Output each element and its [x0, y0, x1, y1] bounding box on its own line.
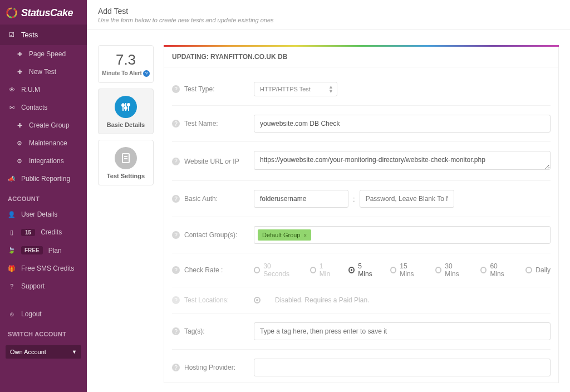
nav-label: Plan [48, 247, 62, 254]
radio-icon [435, 267, 441, 273]
info-icon[interactable]: ? [143, 70, 150, 77]
nav-label: Tests [21, 31, 38, 39]
svg-point-8 [127, 104, 130, 106]
hosting-input[interactable] [254, 359, 551, 376]
row-hosting-provider: ? Hosting Provider: [172, 350, 551, 383]
brand-logo[interactable]: StatusCake [0, 0, 87, 24]
rate-30-seconds: 30 Seconds [254, 262, 296, 278]
row-tags: ? Tag(s): [172, 313, 551, 350]
label-tags: Tag(s): [184, 327, 254, 335]
help-icon[interactable]: ? [172, 266, 180, 274]
step-test-settings[interactable]: Test Settings [98, 140, 154, 185]
updown-icon: ▲▼ [328, 85, 333, 94]
svg-point-6 [122, 104, 124, 106]
radio-icon [254, 267, 260, 273]
website-url-input[interactable]: <span></span> [254, 151, 551, 170]
rate-15-mins[interactable]: 15 Mins [390, 262, 421, 278]
nav-label: Credits [41, 228, 62, 236]
radio-label: 5 Mins [358, 262, 376, 278]
section-account: ACCOUNT [0, 188, 87, 205]
nav-label: New Test [29, 68, 56, 76]
nav-logout[interactable]: ⎋Logout [0, 305, 87, 323]
row-contact-groups: ? Contact Group(s): Default Groupx [172, 217, 551, 253]
auth-user-input[interactable] [254, 190, 348, 208]
rate-60-mins[interactable]: 60 Mins [480, 262, 511, 278]
caret-down-icon: ▼ [72, 349, 77, 355]
nav-create-group[interactable]: ✚Create Group [0, 116, 87, 134]
rate-daily[interactable]: Daily [525, 266, 551, 274]
help-icon[interactable]: ? [172, 158, 180, 165]
locations-disabled-text: Disabled. Requires a Paid Plan. [275, 296, 369, 304]
radio-icon [310, 267, 316, 273]
envelope-icon: ✉ [8, 104, 16, 111]
gear-icon: ⚙ [16, 139, 23, 147]
nav-integrations[interactable]: ⚙Integrations [0, 152, 87, 170]
question-icon: ? [8, 282, 16, 290]
auth-pass-input[interactable] [360, 190, 454, 208]
test-name-input[interactable] [254, 115, 551, 133]
rate-1-min: 1 Min [310, 262, 334, 278]
nav-label: Maintenance [29, 139, 67, 147]
check-rate-radios: 30 Seconds 1 Min 5 Mins 15 Mins 30 Mins … [254, 262, 551, 278]
help-icon[interactable]: ? [172, 195, 180, 203]
nav-label: Contacts [21, 104, 47, 111]
row-test-type: ? Test Type: HTTP/HTTPS Test ▲▼ [172, 73, 551, 106]
label-test-type: Test Type: [184, 85, 254, 93]
contact-groups-input[interactable]: Default Groupx [254, 226, 551, 244]
nav-label: Public Reporting [21, 175, 70, 183]
nav-credits[interactable]: ▯15Credits [0, 223, 87, 241]
rate-30-mins[interactable]: 30 Mins [435, 262, 466, 278]
sliders-icon [115, 96, 137, 118]
contact-group-chip[interactable]: Default Groupx [258, 229, 311, 241]
radio-label: 1 Min [320, 262, 334, 278]
megaphone-icon: 📣 [8, 175, 16, 183]
nav-tests[interactable]: ☑Tests [0, 24, 87, 45]
page-subtitle: Use the form below to create new tests a… [98, 17, 559, 23]
step-basic-details[interactable]: Basic Details [98, 89, 154, 134]
help-icon[interactable]: ? [172, 231, 180, 239]
help-icon[interactable]: ? [172, 364, 180, 371]
auth-colon: : [353, 195, 355, 203]
nav-free-sms[interactable]: 🎁Free SMS Credits [0, 259, 87, 277]
switch-account-select[interactable]: Own Account▼ [6, 345, 81, 359]
nav-page-speed[interactable]: ✚Page Speed [0, 45, 87, 63]
help-icon[interactable]: ? [172, 85, 180, 93]
help-icon[interactable]: ? [172, 120, 180, 128]
nav-new-test[interactable]: ✚New Test [0, 63, 87, 81]
page-header: Add Test Use the form below to create ne… [87, 0, 570, 30]
svg-point-7 [125, 107, 127, 109]
heading-name: RYANFITTON.CO.UK DB [210, 53, 287, 61]
step-label: Basic Details [101, 121, 151, 128]
nav-label: Create Group [29, 121, 70, 129]
chip-remove-icon[interactable]: x [303, 232, 307, 238]
switch-value: Own Account [10, 349, 46, 355]
tags-input[interactable] [254, 322, 551, 340]
panel-heading: UPDATING: RYANFITTON.CO.UK DB [164, 47, 559, 67]
nav-maintenance[interactable]: ⚙Maintenance [0, 134, 87, 152]
nav-label: Free SMS Credits [21, 264, 74, 272]
leaf-icon: 🍃 [8, 247, 16, 254]
nav-label: R.U.M [21, 86, 40, 94]
gear-icon: ⚙ [16, 157, 23, 165]
radio-icon [254, 297, 261, 303]
radio-label: 30 Seconds [263, 262, 295, 278]
plus-icon: ✚ [16, 121, 23, 129]
gift-icon: 🎁 [8, 264, 16, 272]
label-contact-groups: Contact Group(s): [184, 231, 254, 239]
label-check-rate: Check Rate : [184, 266, 254, 274]
nav-plan[interactable]: 🍃FREEPlan [0, 241, 87, 259]
nav-public-reporting[interactable]: 📣Public Reporting [0, 170, 87, 188]
label-website-url: Website URL or IP [184, 158, 254, 165]
logout-icon: ⎋ [8, 310, 16, 318]
test-type-select[interactable]: HTTP/HTTPS Test ▲▼ [254, 82, 337, 96]
radio-icon [390, 267, 396, 273]
nav-rum[interactable]: 👁R.U.M [0, 81, 87, 99]
nav-contacts[interactable]: ✉Contacts [0, 99, 87, 116]
plan-badge: FREE [21, 246, 43, 254]
rate-5-mins[interactable]: 5 Mins [348, 262, 376, 278]
nav-support[interactable]: ?Support [0, 277, 87, 295]
help-icon[interactable]: ? [172, 327, 180, 335]
nav-user-details[interactable]: 👤User Details [0, 205, 87, 223]
nav-label: Page Speed [29, 50, 66, 58]
radio-label: Daily [535, 266, 551, 274]
